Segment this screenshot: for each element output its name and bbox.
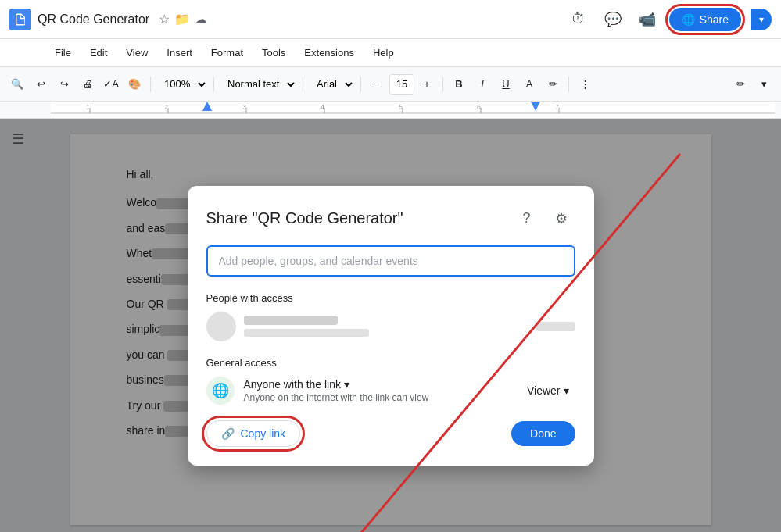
person-role-blur: [536, 322, 575, 331]
top-bar-right: ⏱ 💬 📹 🌐 Share ▾: [566, 7, 772, 32]
print-btn[interactable]: 🖨: [77, 73, 99, 96]
indent-marker: [202, 102, 212, 111]
divider2: [213, 77, 214, 92]
access-type-label: Anyone with the link: [244, 378, 342, 391]
search-btn[interactable]: 🔍: [6, 73, 28, 96]
menu-tools[interactable]: Tools: [254, 44, 293, 62]
dialog-footer: 🔗 Copy link Done: [206, 420, 575, 447]
text-color-btn[interactable]: A: [518, 73, 540, 96]
menu-view[interactable]: View: [118, 44, 156, 62]
app-icon: [9, 9, 31, 30]
svg-text:5: 5: [399, 103, 403, 111]
people-list: [206, 312, 575, 341]
public-globe-icon: 🌐: [206, 377, 235, 405]
share-label: Share: [700, 13, 729, 26]
folder-icon[interactable]: 📁: [174, 12, 190, 27]
dialog-title: Share "QR Code Generator": [206, 209, 403, 227]
spellcheck-btn[interactable]: ✓A: [100, 73, 122, 96]
bold-btn[interactable]: B: [448, 73, 470, 96]
settings-button[interactable]: ⚙: [547, 205, 575, 233]
menu-bar: File Edit View Insert Format Tools Exten…: [0, 39, 781, 67]
general-access-section: General access 🌐 Anyone with the link ▾ …: [206, 357, 575, 405]
video-icon[interactable]: 📹: [635, 7, 660, 32]
help-button[interactable]: ?: [513, 205, 541, 233]
svg-text:7: 7: [555, 103, 559, 111]
divider1: [150, 77, 151, 92]
document-title: QR Code Generator: [38, 12, 149, 27]
divider5: [442, 77, 443, 92]
font-size-input[interactable]: [389, 74, 414, 95]
menu-extensions[interactable]: Extensions: [296, 44, 362, 62]
access-info: Anyone with the link ▾ Anyone on the int…: [244, 378, 511, 403]
link-icon: 🔗: [221, 427, 235, 440]
dialog-header: Share "QR Code Generator" ? ⚙: [206, 205, 575, 233]
ruler-marks: 1 2 3 4 5 6 7: [51, 102, 775, 119]
svg-text:4: 4: [321, 103, 324, 111]
svg-text:1: 1: [86, 103, 90, 111]
full-page: QR Code Generator ☆ 📁 ☁ ⏱ 💬 📹 🌐 Share ▾ …: [0, 0, 781, 532]
ruler-inner: 1 2 3 4 5 6 7: [51, 102, 775, 118]
menu-file[interactable]: File: [47, 44, 79, 62]
access-dropdown-icon: ▾: [344, 378, 349, 391]
italic-btn[interactable]: I: [471, 73, 493, 96]
menu-edit[interactable]: Edit: [82, 44, 115, 62]
copy-link-label: Copy link: [241, 427, 286, 440]
top-bar: QR Code Generator ☆ 📁 ☁ ⏱ 💬 📹 🌐 Share ▾: [0, 0, 781, 39]
underline-btn[interactable]: U: [495, 73, 517, 96]
divider6: [568, 77, 569, 92]
star-icon[interactable]: ☆: [159, 12, 170, 27]
dialog-header-icons: ? ⚙: [513, 205, 575, 233]
role-label: Viewer: [527, 384, 561, 397]
font-size-plus[interactable]: +: [416, 73, 438, 96]
general-access-label: General access: [206, 357, 575, 369]
toolbar: 🔍 ↩ ↪ 🖨 ✓A 🎨 100% Normal text Arial − + …: [0, 67, 781, 102]
access-type[interactable]: Anyone with the link ▾: [244, 378, 511, 391]
font-select[interactable]: Arial: [308, 73, 356, 95]
menu-help[interactable]: Help: [365, 44, 402, 62]
access-description: Anyone on the internet with the link can…: [244, 392, 511, 403]
share-dropdown-button[interactable]: ▾: [751, 9, 772, 30]
highlight-btn[interactable]: ✏: [542, 73, 564, 96]
style-select[interactable]: Normal text: [219, 73, 298, 95]
done-button[interactable]: Done: [511, 421, 575, 446]
svg-text:3: 3: [242, 103, 246, 111]
undo-btn[interactable]: ↩: [30, 73, 52, 96]
role-select[interactable]: Viewer ▾: [521, 380, 575, 402]
person-avatar: [206, 312, 236, 341]
menu-insert[interactable]: Insert: [159, 44, 200, 62]
right-margin-marker: [531, 102, 540, 111]
history-icon[interactable]: ⏱: [566, 7, 591, 32]
chat-icon[interactable]: 💬: [600, 7, 625, 32]
share-dialog-overlay: Share "QR Code Generator" ? ⚙ People wit…: [0, 119, 781, 532]
main-content: ☰ Hi all, Welco erful and eas Whet essen…: [0, 119, 781, 532]
divider3: [303, 77, 303, 92]
add-people-input[interactable]: [206, 245, 575, 277]
edit-mode-btn[interactable]: ✏: [729, 73, 751, 96]
people-section-label: People with access: [206, 292, 575, 304]
copy-link-button[interactable]: 🔗 Copy link: [206, 420, 301, 447]
svg-text:6: 6: [477, 103, 481, 111]
title-icons: ☆ 📁 ☁: [159, 12, 207, 27]
person-email-blur: [244, 329, 369, 337]
person-info: [244, 316, 528, 337]
share-button[interactable]: 🌐 Share: [669, 8, 741, 31]
share-dialog: Share "QR Code Generator" ? ⚙ People wit…: [188, 186, 594, 466]
cloud-icon[interactable]: ☁: [195, 12, 207, 27]
font-size-minus[interactable]: −: [366, 73, 388, 96]
more-btn[interactable]: ⋮: [574, 73, 596, 96]
person-name-blur: [244, 316, 338, 325]
globe-icon-small: 🌐: [682, 13, 695, 26]
zoom-select[interactable]: 100%: [156, 73, 209, 95]
svg-text:2: 2: [164, 103, 168, 111]
menu-format[interactable]: Format: [203, 44, 251, 62]
edit-dropdown-btn[interactable]: ▾: [753, 73, 775, 96]
access-row: 🌐 Anyone with the link ▾ Anyone on the i…: [206, 377, 575, 405]
role-dropdown-icon: ▾: [564, 384, 569, 397]
redo-btn[interactable]: ↪: [53, 73, 75, 96]
paint-format-btn[interactable]: 🎨: [124, 73, 145, 96]
ruler: 1 2 3 4 5 6 7: [0, 102, 781, 119]
divider4: [360, 77, 361, 92]
